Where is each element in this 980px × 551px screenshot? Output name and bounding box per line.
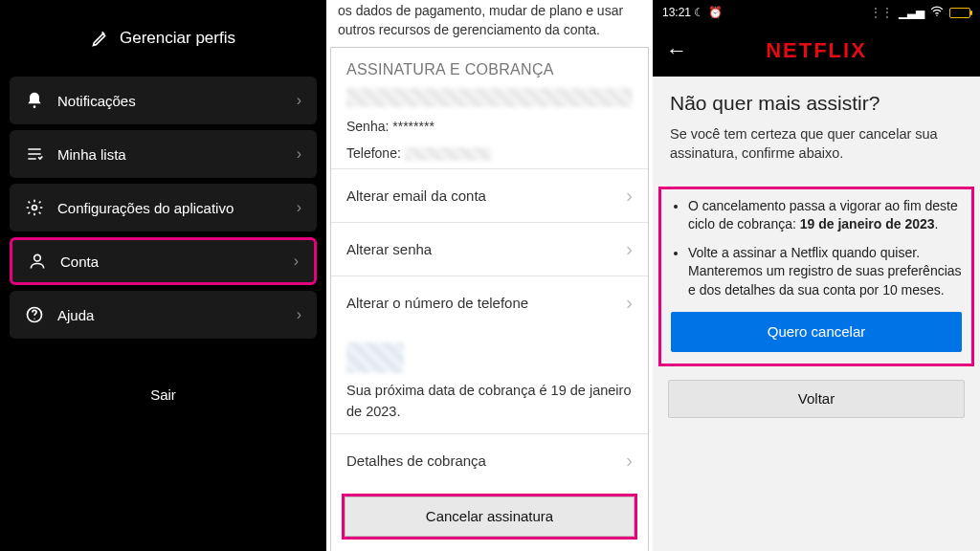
phone-label: Telefone: xyxy=(346,145,405,161)
chevron-right-icon: › xyxy=(626,238,633,260)
account-box: ASSINATURA E COBRANÇA Senha: ******** Te… xyxy=(330,47,649,551)
svg-point-0 xyxy=(33,105,36,108)
row-label: Alterar o número de telefone xyxy=(346,295,626,311)
list-icon xyxy=(25,144,44,164)
chevron-right-icon: › xyxy=(297,92,301,109)
menu-item-mylist[interactable]: Minha lista › xyxy=(10,130,317,178)
menu-label: Conta xyxy=(60,253,294,270)
svg-point-4 xyxy=(33,319,34,320)
gear-icon xyxy=(25,198,44,217)
menu-label: Notificações xyxy=(57,93,297,109)
chevron-right-icon: › xyxy=(626,450,633,472)
header-label: Gerenciar perfis xyxy=(120,29,235,48)
intro-text: os dados de pagamento, mudar de plano e … xyxy=(326,0,653,45)
menu-item-appsettings[interactable]: Configurações do aplicativo › xyxy=(10,184,317,231)
section-title: ASSINATURA E COBRANÇA xyxy=(331,48,648,88)
menu-item-help[interactable]: Ajuda › xyxy=(10,291,317,339)
chevron-right-icon: › xyxy=(626,185,633,207)
bullet-resubscribe: Volte a assinar a Netflix quando quiser.… xyxy=(688,244,962,300)
wifi-icon xyxy=(930,6,944,19)
bluetooth-icon: ⋮⋮ xyxy=(870,6,893,19)
svg-point-2 xyxy=(34,254,41,261)
redacted-phone xyxy=(405,147,491,161)
row-change-password[interactable]: Alterar senha › xyxy=(331,222,648,276)
row-change-phone[interactable]: Alterar o número de telefone › xyxy=(331,276,648,329)
row-billing-details[interactable]: Detalhes de cobrança › xyxy=(331,433,648,487)
status-left: 13:21 ☾ ⏰ xyxy=(662,6,723,19)
chevron-right-icon: › xyxy=(626,292,633,314)
netflix-logo: NETFLIX xyxy=(766,38,867,63)
page-title: Não quer mais assistir? xyxy=(670,92,963,115)
top-bar: ← NETFLIX xyxy=(653,25,980,77)
alarm-icon: ⏰ xyxy=(708,6,723,19)
bullet-text: . xyxy=(935,216,939,231)
account-panel: os dados de pagamento, mudar de plano e … xyxy=(326,0,653,551)
row-label: Detalhes de cobrança xyxy=(346,452,626,469)
go-back-button[interactable]: Voltar xyxy=(668,380,965,418)
menu-label: Configurações do aplicativo xyxy=(57,200,297,216)
chevron-right-icon: › xyxy=(297,306,301,323)
page-subtitle: Se você tem certeza que quer cancelar su… xyxy=(670,124,963,164)
chevron-right-icon: › xyxy=(297,145,301,163)
bullet-cycle-end: O cancelamento passa a vigorar ao fim de… xyxy=(688,197,962,234)
menu-label: Ajuda xyxy=(57,307,297,323)
pencil-icon xyxy=(91,29,110,48)
status-right: ⋮⋮ ▁▃▅ xyxy=(870,6,970,19)
highlight-box: O cancelamento passa a vigorar ao fim de… xyxy=(658,187,974,366)
row-change-email[interactable]: Alterar email da conta › xyxy=(331,168,648,222)
menu-item-account[interactable]: Conta › xyxy=(10,237,317,285)
menu-label: Minha lista xyxy=(57,146,297,163)
person-icon xyxy=(28,252,47,271)
battery-icon xyxy=(949,8,970,18)
password-field: Senha: ******** xyxy=(331,115,648,142)
redacted-email xyxy=(346,88,633,107)
settings-panel: Gerenciar perfis Notificações › Minha li… xyxy=(0,0,326,551)
help-icon xyxy=(25,305,44,324)
status-bar: 13:21 ☾ ⏰ ⋮⋮ ▁▃▅ xyxy=(653,0,980,25)
password-value: ******** xyxy=(392,119,434,134)
row-label: Alterar email da conta xyxy=(346,187,626,204)
moon-icon: ☾ xyxy=(694,6,707,19)
cancel-subscription-button[interactable]: Cancelar assinatura xyxy=(345,496,635,537)
svg-point-5 xyxy=(936,14,938,16)
signal-icon: ▁▃▅ xyxy=(899,6,924,19)
confirm-cancel-button[interactable]: Quero cancelar xyxy=(671,312,962,352)
status-time: 13:21 xyxy=(662,6,691,19)
manage-profiles-header[interactable]: Gerenciar perfis xyxy=(10,10,317,67)
chevron-right-icon: › xyxy=(294,253,299,270)
logout-button[interactable]: Sair xyxy=(10,386,317,403)
row-label: Alterar senha xyxy=(346,241,626,257)
password-label: Senha: xyxy=(346,119,392,134)
confirm-cancel-panel: 13:21 ☾ ⏰ ⋮⋮ ▁▃▅ ← NETFLIX Não quer mais… xyxy=(653,0,980,551)
redacted-card-logo xyxy=(346,342,404,373)
svg-point-1 xyxy=(33,206,37,210)
chevron-right-icon: › xyxy=(297,199,301,216)
phone-field: Telefone: xyxy=(331,142,648,168)
menu-item-notifications[interactable]: Notificações › xyxy=(10,77,317,124)
back-arrow-icon[interactable]: ← xyxy=(666,38,687,63)
bullet-date: 19 de janeiro de 2023 xyxy=(800,216,935,231)
billing-note: Sua próxima data de cobrança é 19 de jan… xyxy=(331,377,648,432)
bell-icon xyxy=(25,91,44,110)
